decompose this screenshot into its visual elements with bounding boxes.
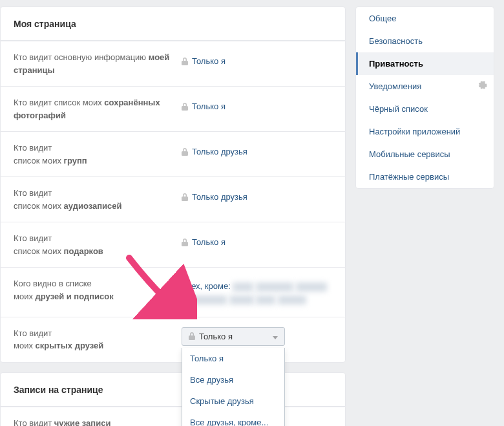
privacy-row: Кто видит список моих аудиозаписей Тольк… bbox=[1, 176, 345, 222]
sidebar-item-blacklist[interactable]: Чёрный список bbox=[356, 98, 494, 120]
dropdown-selected: Только я bbox=[199, 332, 233, 341]
privacy-row: Кого видно в списке моих друзей и подпис… bbox=[1, 267, 345, 317]
row-label: Кто видит основную информацию моей стран… bbox=[14, 51, 182, 76]
row-value-text: Только друзья bbox=[192, 192, 247, 202]
row-value[interactable]: Только я bbox=[182, 232, 332, 247]
dropdown-option[interactable]: Все друзья bbox=[182, 369, 284, 390]
sidebar-item-notifications[interactable]: Уведомления bbox=[356, 75, 494, 98]
lock-icon bbox=[182, 193, 188, 201]
sidebar-item-general[interactable]: Общее bbox=[356, 7, 494, 30]
row-label: Кто видит моих скрытых друзей bbox=[14, 327, 182, 352]
chevron-down-icon bbox=[273, 332, 278, 341]
row-value-text: Только я bbox=[192, 237, 226, 247]
privacy-row: Кто видит список моих сохранённых фотогр… bbox=[1, 86, 345, 131]
privacy-row: Кто видит чужие записи на моей странице bbox=[1, 407, 345, 426]
lock-icon bbox=[182, 148, 188, 156]
sidebar-item-label: Уведомления bbox=[369, 81, 421, 91]
sidebar-item-app-settings[interactable]: Настройки приложений bbox=[356, 120, 494, 143]
my-page-panel: Моя страница Кто видит основную информац… bbox=[0, 6, 346, 363]
row-label: Кто видит список моих сохранённых фотогр… bbox=[14, 96, 182, 122]
privacy-row: Кто видит список моих групп Только друзь… bbox=[1, 131, 345, 176]
sidebar-item-privacy[interactable]: Приватность bbox=[356, 52, 494, 75]
row-value-text: Только друзья bbox=[192, 147, 247, 156]
lock-icon bbox=[189, 332, 195, 340]
sidebar-item-payment[interactable]: Платёжные сервисы bbox=[356, 165, 494, 188]
privacy-row: Кто видит моих скрытых друзей Только я Т… bbox=[1, 317, 345, 362]
lock-icon bbox=[182, 239, 188, 246]
lock-icon bbox=[182, 103, 188, 111]
row-label: Кто видит список моих аудиозаписей bbox=[14, 187, 182, 212]
privacy-dropdown[interactable]: Только я bbox=[182, 327, 285, 346]
redacted-name bbox=[229, 295, 254, 304]
row-value[interactable]: Всех, кроме: bbox=[182, 277, 332, 307]
redacted-name bbox=[182, 295, 227, 304]
privacy-row: Кто видит основную информацию моей стран… bbox=[1, 41, 345, 86]
dropdown-menu: Только я Все друзья Скрытые друзья Все д… bbox=[182, 348, 285, 426]
redacted-name bbox=[296, 282, 327, 292]
redacted-name bbox=[256, 282, 293, 292]
row-value[interactable]: Только я bbox=[182, 96, 332, 111]
row-label: Кто видит чужие записи на моей странице bbox=[14, 417, 182, 426]
dropdown-option[interactable]: Скрытые друзья bbox=[182, 390, 284, 412]
row-value-text: Только я bbox=[192, 101, 226, 111]
section-title-posts: Записи на странице bbox=[1, 373, 345, 406]
row-label: Кто видит список моих групп bbox=[14, 142, 182, 167]
row-value[interactable]: Только друзья bbox=[182, 142, 332, 156]
redacted-name bbox=[233, 282, 253, 292]
lock-icon bbox=[182, 58, 188, 65]
row-value[interactable]: Только я bbox=[182, 51, 332, 66]
posts-panel: Записи на странице Кто видит чужие запис… bbox=[0, 372, 346, 426]
privacy-row: Кто видит список моих подарков Только я bbox=[1, 222, 345, 267]
row-label: Кто видит список моих подарков bbox=[14, 232, 182, 257]
settings-sidebar: Общее Безопасность Приватность Уведомлен… bbox=[355, 6, 494, 189]
dropdown-option[interactable]: Все друзья, кроме... bbox=[182, 412, 284, 426]
sidebar-item-mobile[interactable]: Мобильные сервисы bbox=[356, 143, 494, 165]
gear-icon[interactable] bbox=[478, 81, 487, 92]
row-value-text: Только я bbox=[192, 56, 226, 66]
dropdown-option[interactable]: Только я bbox=[182, 348, 284, 369]
redacted-name bbox=[256, 295, 275, 304]
sidebar-item-security[interactable]: Безопасность bbox=[356, 30, 494, 52]
section-title-my-page: Моя страница bbox=[1, 7, 345, 40]
row-label: Кого видно в списке моих друзей и подпис… bbox=[14, 277, 182, 303]
row-value[interactable]: Только друзья bbox=[182, 187, 332, 202]
row-value-prefix: Всех, кроме: bbox=[182, 281, 233, 291]
redacted-name bbox=[278, 295, 306, 304]
